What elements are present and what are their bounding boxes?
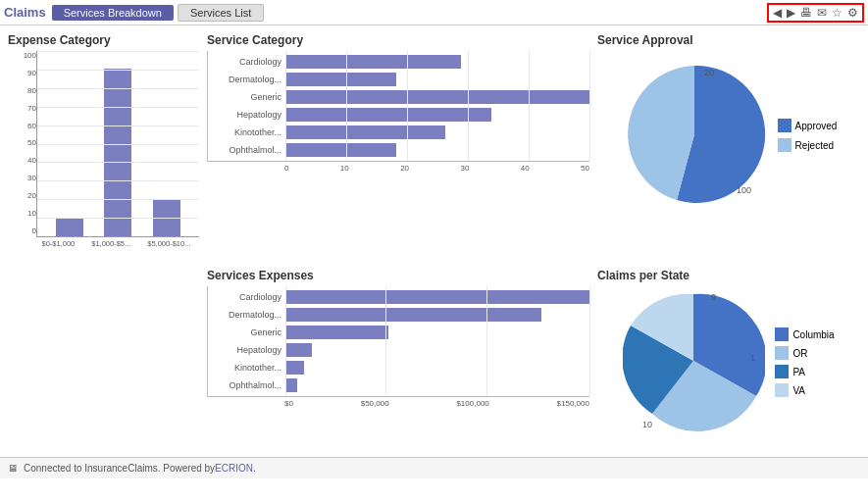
y-label: 30 <box>12 174 36 182</box>
hbar-label: Kinotother... <box>208 127 285 137</box>
services-expenses-title: Services Expenses <box>207 269 589 282</box>
legend-label: OR <box>792 348 807 359</box>
y-label: 0 <box>12 226 36 235</box>
row2-col1-empty <box>8 269 199 478</box>
toolbar-icons: ◀ ▶ 🖶 ✉ ☆ ⚙ <box>767 3 864 23</box>
email-icon[interactable]: ✉ <box>817 6 827 20</box>
claims-title: Claims <box>4 5 46 20</box>
x-label: $1,000-$5... <box>91 239 130 248</box>
claims-per-state-pie: 9 1 10 <box>623 290 765 432</box>
status-text: Connected to InsuranceClaims. Powered by <box>24 463 215 474</box>
svg-text:20: 20 <box>704 68 714 77</box>
claims-per-state-section: Claims per State 9 1 10 <box>597 269 860 478</box>
bar-item <box>104 69 131 236</box>
y-label: 60 <box>12 122 36 130</box>
tab-services-breakdown[interactable]: Services Breakdown <box>52 5 174 21</box>
hbar-label: Dermatolog... <box>208 310 285 320</box>
x-label: 50 <box>581 164 589 173</box>
y-label: 20 <box>12 191 36 200</box>
svg-text:9: 9 <box>711 292 716 302</box>
hbar-label: Cardiology <box>208 292 285 302</box>
hbar-label: Generic <box>208 92 285 102</box>
star-icon[interactable]: ☆ <box>832 6 842 20</box>
legend-label: Rejected <box>795 140 834 151</box>
x-label: 30 <box>460 164 469 173</box>
hbar-label: Ophthalmol... <box>208 145 285 155</box>
forward-icon[interactable]: ▶ <box>787 6 795 20</box>
monitor-icon: 🖥 <box>8 463 18 474</box>
y-label: 100 <box>12 51 36 60</box>
x-label: 10 <box>340 164 349 173</box>
status-suffix: . <box>253 463 256 474</box>
x-label: $5,000-$10... <box>147 239 190 248</box>
ecrion-link[interactable]: ECRION <box>215 463 253 474</box>
x-label: $0 <box>284 399 293 408</box>
expense-category-title: Expense Category <box>8 33 199 47</box>
legend-label: PA <box>792 367 805 377</box>
svg-text:1: 1 <box>750 353 755 363</box>
services-expenses-section: Services Expenses Cardiology Dermatolog.… <box>207 269 589 478</box>
service-approval-title: Service Approval <box>597 33 860 47</box>
legend-item-pa: PA <box>775 365 834 378</box>
legend-item-approved: Approved <box>778 119 838 132</box>
hbar-label: Hepatology <box>208 345 285 355</box>
y-label: 50 <box>12 138 36 147</box>
tab-services-list[interactable]: Services List <box>178 4 264 22</box>
svg-text:100: 100 <box>737 185 751 195</box>
x-label: 20 <box>400 164 409 173</box>
back-icon[interactable]: ◀ <box>773 6 782 20</box>
y-label: 70 <box>12 104 36 113</box>
x-label: 0 <box>284 164 288 173</box>
legend-item-or: OR <box>775 346 834 360</box>
hbar-label: Hepatology <box>208 110 285 120</box>
legend-label: VA <box>792 385 805 396</box>
hbar-label: Cardiology <box>208 57 285 67</box>
x-label: $100,000 <box>456 399 488 408</box>
expense-category-section: Expense Category 100 90 80 70 60 50 40 3… <box>8 33 199 269</box>
legend-label: Columbia <box>792 329 834 340</box>
claims-per-state-title: Claims per State <box>597 269 860 282</box>
x-label: $50,000 <box>361 399 389 408</box>
y-label: 80 <box>12 86 36 95</box>
service-category-section: Service Category Cardiology Derma <box>207 33 589 269</box>
bar-item <box>56 218 83 236</box>
settings-icon[interactable]: ⚙ <box>847 6 858 20</box>
y-label: 10 <box>12 209 36 218</box>
x-label: $0-$1,000 <box>41 239 75 248</box>
hbar-label: Ophthalmol... <box>208 380 285 390</box>
service-approval-pie: 20 100 <box>621 61 768 208</box>
status-bar: 🖥 Connected to InsuranceClaims. Powered … <box>0 457 868 478</box>
legend-item-columbia: Columbia <box>775 327 834 341</box>
hbar-label: Generic <box>208 327 285 337</box>
bar-item <box>153 199 180 236</box>
x-label: 40 <box>521 164 530 173</box>
print-icon[interactable]: 🖶 <box>800 6 812 20</box>
hbar-label: Kinotother... <box>208 363 285 373</box>
legend-item-va: VA <box>775 383 834 397</box>
legend-item-rejected: Rejected <box>778 138 838 152</box>
x-label: $150,000 <box>557 399 589 408</box>
service-approval-section: Service Approval 20 100 <box>597 33 860 269</box>
legend-label: Approved <box>795 121 838 131</box>
service-category-title: Service Category <box>207 33 589 47</box>
y-label: 40 <box>12 156 36 165</box>
hbar-label: Dermatolog... <box>208 75 285 84</box>
y-label: 90 <box>12 69 36 77</box>
svg-text:10: 10 <box>642 420 652 429</box>
